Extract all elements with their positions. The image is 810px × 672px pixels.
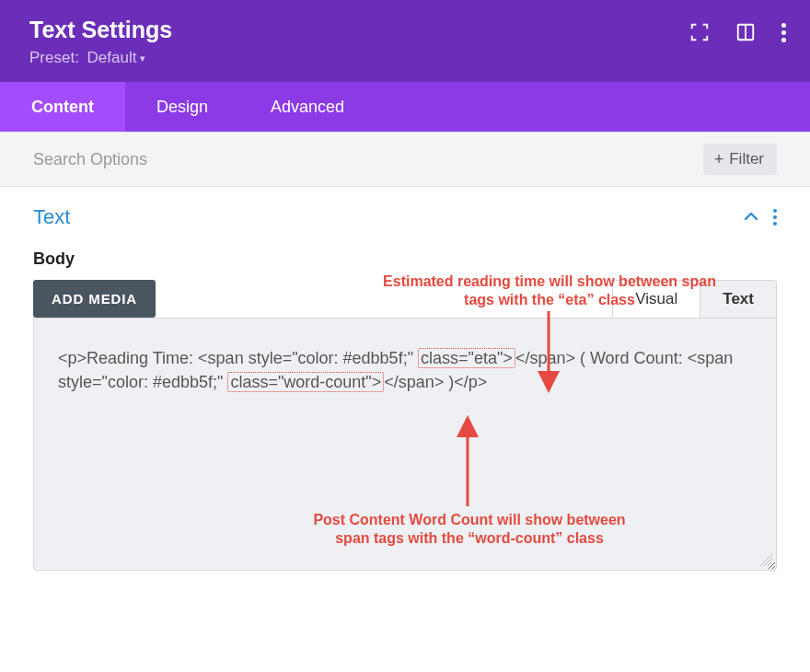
filter-button[interactable]: + Filter	[703, 144, 777, 175]
add-media-button[interactable]: ADD MEDIA	[33, 280, 156, 318]
main-tabs: Content Design Advanced	[0, 82, 810, 132]
preset-selector[interactable]: Preset: Default ▾	[29, 49, 145, 67]
tab-design[interactable]: Design	[125, 82, 239, 132]
body-code-editor[interactable]: <p>Reading Time: <span style="color: #ed…	[33, 318, 777, 571]
tab-content[interactable]: Content	[0, 82, 125, 132]
resize-handle-icon[interactable]	[759, 553, 772, 566]
section-more-icon[interactable]	[773, 209, 777, 226]
filter-button-label: Filter	[729, 150, 764, 168]
editor-tab-visual[interactable]: Visual	[613, 281, 700, 318]
caret-down-icon: ▾	[140, 52, 145, 64]
highlight-eta-class: class="eta">	[418, 348, 515, 368]
preset-value: Default	[87, 49, 137, 67]
highlight-wordcount-class: class="word-count">	[227, 372, 384, 392]
settings-title: Text Settings	[29, 17, 781, 43]
body-field-label: Body	[33, 249, 777, 269]
editor-mode-tabs: Visual Text	[612, 280, 777, 318]
editor-tab-text[interactable]: Text	[700, 281, 776, 318]
columns-icon[interactable]	[735, 22, 756, 42]
settings-header: Text Settings Preset: Default ▾	[0, 0, 810, 82]
tab-advanced[interactable]: Advanced	[239, 82, 376, 132]
text-section: Text Body ADD MEDIA Visual Text <p>Readi…	[0, 187, 810, 571]
text-section-title: Text	[33, 205, 70, 229]
plus-icon: +	[714, 151, 724, 168]
editor-toolbar: ADD MEDIA Visual Text	[33, 280, 777, 318]
collapse-icon[interactable]	[744, 210, 758, 225]
text-section-header: Text	[33, 205, 777, 229]
search-input[interactable]	[33, 150, 692, 169]
preset-label: Preset:	[29, 49, 79, 67]
more-options-icon[interactable]	[781, 23, 786, 42]
body-code-content: <p>Reading Time: <span style="color: #ed…	[58, 348, 733, 392]
search-filter-row: + Filter	[0, 132, 810, 187]
header-action-icons	[689, 22, 786, 42]
expand-icon[interactable]	[689, 22, 710, 42]
